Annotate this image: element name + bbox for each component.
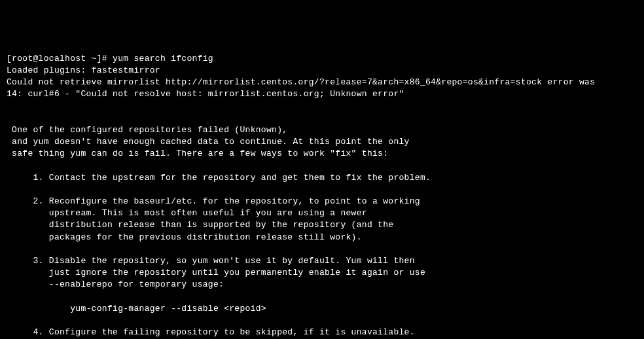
terminal-line: upstream. This is most often useful if y…	[7, 208, 367, 218]
terminal-line: safe thing yum can do is fail. There are…	[7, 149, 388, 158]
terminal-line: 2. Reconfigure the baseurl/etc. for the …	[7, 196, 420, 206]
terminal-output[interactable]: [root@localhost ~]# yum search ifconfig …	[7, 53, 637, 339]
terminal-line: yum-config-manager --disable <repoid>	[7, 304, 266, 313]
terminal-line: 4. Configure the failing repository to b…	[7, 327, 415, 337]
terminal-line: packages for the previous distribution r…	[7, 232, 362, 242]
terminal-line: 14: curl#6 - "Could not resolve host: mi…	[7, 89, 404, 99]
terminal-line: Could not retrieve mirrorlist http://mir…	[7, 77, 595, 87]
terminal-line: [root@localhost ~]# yum search ifconfig	[7, 54, 213, 63]
terminal-line: --enablerepo for temporary usage:	[7, 279, 224, 289]
terminal-line: One of the configured repositories faile…	[7, 125, 287, 135]
terminal-line: distribution release than is supported b…	[7, 220, 393, 230]
terminal-line: Loaded plugins: fastestmirror	[7, 65, 160, 75]
terminal-line: 1. Contact the upstream for the reposito…	[7, 173, 431, 183]
terminal-line: and yum doesn't have enough cached data …	[7, 137, 410, 147]
terminal-line: 3. Disable the repository, so yum won't …	[7, 256, 415, 266]
terminal-line: just ignore the repository until you per…	[7, 268, 425, 277]
